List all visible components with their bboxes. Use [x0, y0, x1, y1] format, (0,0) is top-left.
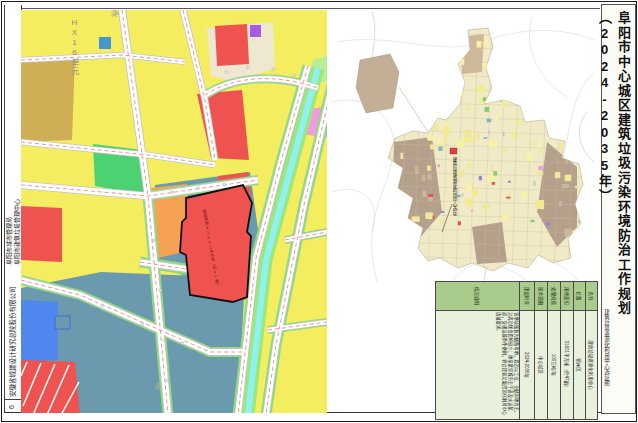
- info-label: 用地面积: [561, 282, 574, 311]
- overview-city-map: [332, 12, 598, 290]
- org-stamp-strip: 阜阳市城市管理局 阜阳市建筑垃圾管理中心 安徽省城建设计研究总院股份有限公司 6: [4, 5, 22, 412]
- info-label: 服务范围: [535, 282, 548, 311]
- site-info-table-wrap: 名称建筑垃圾资源化利用中心 位置颍州区 用地面积31601平方米（约47亩） 处…: [435, 281, 598, 420]
- title-strip: 阜阳市中心城区建筑垃圾污染环境防治工作规划（2024-2035年） 建筑垃圾资源…: [601, 4, 636, 414]
- site-marker: [450, 148, 457, 154]
- managing-org-block: 阜阳市城市管理局 阜阳市建筑垃圾管理中心: [5, 57, 21, 265]
- sheet-subtitle: 建筑垃圾资源化利用中心选址图: [603, 309, 611, 399]
- remark-label: 情况说明: [436, 282, 520, 311]
- info-label: 位置: [574, 282, 586, 311]
- site-info-table: 名称建筑垃圾资源化利用中心 位置颍州区 用地面积31601平方米（约47亩） 处…: [435, 281, 598, 420]
- hatched-red-block: [21, 360, 80, 413]
- org-line-2: 阜阳市建筑垃圾管理中心: [13, 57, 21, 265]
- nw-connector: [399, 87, 428, 132]
- page-number: 6: [5, 400, 19, 414]
- site-annotation-label: 建筑垃圾资源化利用中心选址: [452, 157, 457, 209]
- remark-text: 该地块现状为储备用地，周边以工业、仓储用地为主，对周边居住影响较小；地块紧邻城市…: [436, 311, 520, 420]
- page-number-box: 6: [5, 399, 21, 414]
- info-value: 颍州区: [574, 311, 586, 420]
- info-value: 31601平方米（约47亩）: [561, 311, 574, 420]
- info-value: 2024-2035年: [520, 311, 535, 420]
- info-label: 建设时序: [520, 282, 535, 311]
- detail-zoning-map: [21, 10, 327, 413]
- info-value: 100万吨/年: [548, 311, 561, 420]
- info-value: 中心城区: [535, 311, 548, 420]
- sheet-title: 阜阳市中心城区建筑垃圾污染环境防治工作规划（2024-2035年）: [595, 11, 633, 407]
- org-line-1: 阜阳市城市管理局: [5, 57, 13, 265]
- design-org-block: 安徽省城建设计研究总院股份有限公司: [5, 267, 21, 397]
- plan-sheet: 阜阳市城市管理局 阜阳市建筑垃圾管理中心 安徽省城建设计研究总院股份有限公司 6: [0, 0, 638, 423]
- nw-district: [356, 54, 399, 113]
- inner-frame-line-top: [20, 8, 600, 9]
- planning-unit-label: HX16单元: [69, 18, 80, 76]
- design-org-label: 安徽省城建设计研究总院股份有限公司: [5, 267, 21, 397]
- info-label: 处理规模: [548, 282, 561, 311]
